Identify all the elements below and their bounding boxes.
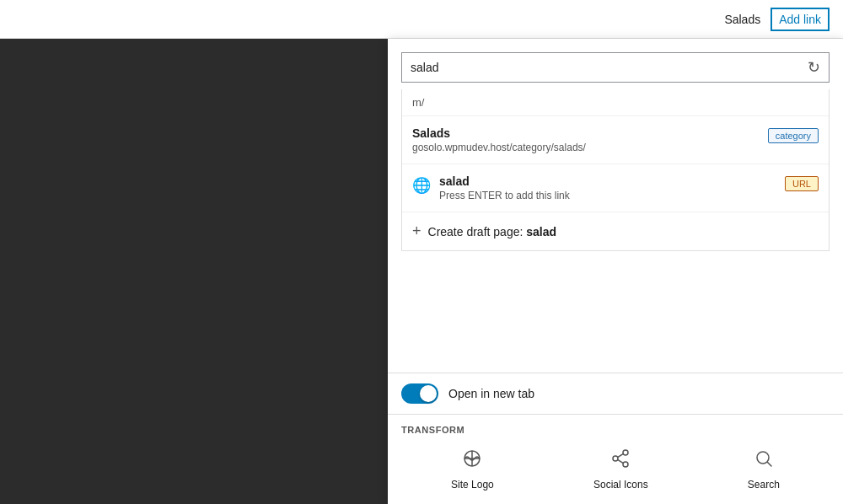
social-icons-label: Social Icons (593, 479, 648, 491)
url-badge: URL (785, 176, 819, 191)
svg-line-7 (618, 459, 624, 463)
result-item-left-url: 🌐 salad Press ENTER to add this link (412, 174, 570, 201)
svg-point-4 (613, 456, 618, 461)
create-draft-text: Create draft page: salad (428, 225, 557, 239)
svg-point-3 (623, 450, 628, 455)
url-result-label: salad (439, 174, 570, 188)
dark-background (0, 39, 388, 504)
top-bar: Salads Add link (0, 0, 843, 39)
create-draft-item[interactable]: + Create draft page: salad (402, 212, 829, 250)
search-input[interactable] (411, 61, 808, 74)
url-prefix: m/ (402, 89, 829, 116)
svg-point-5 (623, 462, 628, 467)
plus-icon: + (412, 223, 422, 240)
social-icons-icon (610, 448, 631, 474)
globe-icon: 🌐 (412, 176, 431, 195)
toggle-section: Open in new tab (388, 373, 843, 414)
result-item-text: Salads gosolo.wpmudev.host/category/sala… (412, 126, 586, 153)
category-badge: category (768, 128, 819, 143)
transform-social-icons[interactable]: Social Icons (580, 445, 662, 494)
add-link-button[interactable]: Add link (771, 8, 830, 31)
transform-site-logo[interactable]: Site Logo (438, 445, 507, 494)
result-item-salads[interactable]: Salads gosolo.wpmudev.host/category/sala… (402, 116, 829, 164)
open-new-tab-toggle[interactable] (401, 383, 438, 404)
toggle-label: Open in new tab (448, 387, 534, 400)
search-label: Search (748, 479, 780, 491)
transform-section: TRANSFORM Site Logo (388, 414, 843, 504)
transform-label: TRANSFORM (401, 425, 830, 435)
svg-point-8 (757, 452, 769, 464)
toggle-knob (420, 385, 437, 402)
search-input-section: ↺ (388, 39, 843, 89)
create-draft-bold: salad (526, 225, 556, 239)
result-item-left: Salads gosolo.wpmudev.host/category/sala… (412, 126, 586, 153)
site-logo-icon (462, 448, 482, 474)
search-icon (754, 448, 774, 474)
transform-search[interactable]: Search (734, 445, 793, 494)
result-url: gosolo.wpmudev.host/category/salads/ (412, 142, 586, 153)
result-title: Salads (412, 126, 586, 140)
result-item-text-url: salad Press ENTER to add this link (439, 174, 570, 201)
svg-line-9 (767, 463, 771, 467)
create-draft-prefix: Create draft page: (428, 225, 527, 239)
site-logo-label: Site Logo (451, 479, 494, 491)
url-result-sublabel: Press ENTER to add this link (439, 190, 570, 201)
search-results: m/ Salads gosolo.wpmudev.host/category/s… (401, 89, 830, 251)
link-popup: ↺ m/ Salads gosolo.wpmudev.host/category… (388, 39, 843, 504)
search-input-wrapper: ↺ (401, 52, 830, 83)
result-item-url[interactable]: 🌐 salad Press ENTER to add this link URL (402, 164, 829, 212)
reset-icon[interactable]: ↺ (808, 58, 820, 77)
transform-items: Site Logo Social Icons (401, 445, 830, 504)
page-title: Salads (724, 13, 760, 26)
svg-line-6 (618, 453, 624, 457)
